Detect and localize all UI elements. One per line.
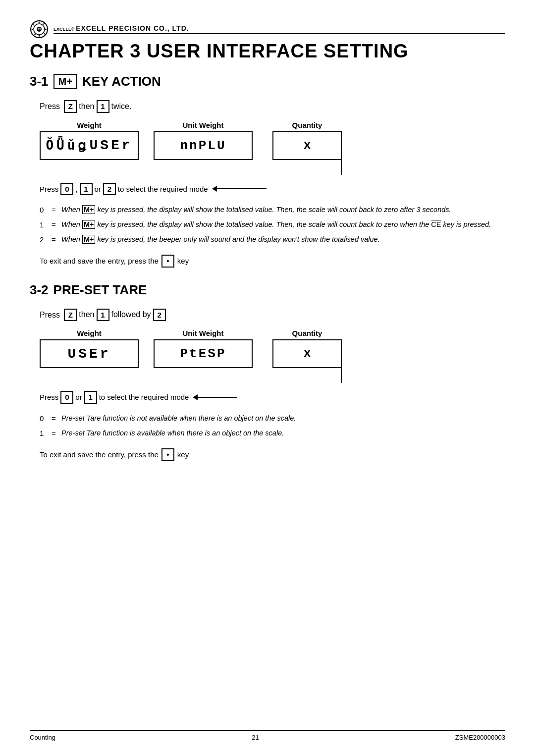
m-plus-key: M+ [54,74,77,89]
display-col-qty-2: Quantity X [268,329,347,383]
z-key-2: Z [64,309,77,322]
desc-item-2-1: 1 = Pre-set Tare function is available w… [40,428,505,439]
press-label-2: Press [40,311,60,319]
unit-weight-label-1: Unit Weight [163,121,243,129]
footer-center: 21 [252,734,259,741]
desc-text-1-0: When M+ key is pressed, the display will… [61,204,451,215]
footer: Counting 21 ZSME200000003 [30,730,505,741]
select-post-2: to select the required mode [99,393,189,401]
unit-weight-value-1: nnPLU [180,138,226,153]
header: EX EXCELL® EXCELL PRECISION CO., LTD. [30,20,505,39]
press-z-then-1-row: Press Z then 1 twice. [40,100,505,113]
excell-label: EXCELL® [54,27,74,32]
display-col-unit-2: Unit Weight PtESP [154,329,253,368]
desc-eq-1-0: = [52,204,58,216]
company-full-name: EXCELL PRECISION CO., LTD. [76,24,189,32]
weight-display-1: ǑǕǔǥ USEr [40,131,139,160]
unit-weight-display-1: nnPLU [154,131,253,160]
desc-eq-1-1: = [52,219,58,231]
press-label: Press [40,102,60,110]
desc-text-2-1: Pre-set Tare function is available when … [61,428,284,438]
select-press-label-2: Press [40,393,58,401]
exit-row-2: To exit and save the entry, press the • … [40,448,505,461]
select-press-label-1: Press [40,185,58,193]
desc-num-1-1: 1 [40,219,49,231]
display-col-qty-1: Quantity X [268,121,347,175]
qty-display-1: X [272,131,342,160]
or-label-1: or [95,185,101,193]
twice-label: twice. [111,102,132,111]
excell-logo-icon: EX [30,20,49,39]
section-2-heading: PRE-SET TARE [54,282,147,298]
unit-weight-value-2: PtESP [180,346,226,361]
select-post-1: to select the required mode [118,185,208,193]
section-2-num: 3-2 [30,282,49,298]
weight-label-1: Weight [50,121,129,129]
followed-by-label: followed by [111,310,151,319]
select-key-2-1: 2 [103,183,116,196]
qty-display-2: X [272,339,342,368]
desc-item-1-1: 1 = When M+ key is pressed, the display … [40,219,505,231]
exit-post-2: key [177,450,189,459]
weight-value-1: ǑǕǔǥ [46,138,89,154]
two-key-2: 2 [153,309,166,322]
unit-weight-label-2: Unit Weight [163,329,243,337]
comma-1: , [75,185,77,193]
display-col-weight-1: Weight ǑǕǔǥ USEr [40,121,139,160]
svg-text:EX: EX [38,28,41,31]
display-col-unit-1: Unit Weight nnPLU [154,121,253,160]
weight-label-2: Weight [50,329,129,337]
header-logo-row: EX EXCELL® EXCELL PRECISION CO., LTD. [30,20,505,39]
desc-item-1-2: 2 = When M+ key is pressed, the beeper o… [40,234,505,246]
dot-key-1: • [161,255,174,268]
then-label: then [79,102,94,111]
weight-display-2: USEr [40,339,139,368]
weight-display-text-1: USEr [89,138,132,153]
display-section-2: Weight USEr Unit Weight PtESP Quantity X [40,329,505,383]
desc-num-2-0: 0 [40,413,49,425]
select-key-1-2: 1 [84,391,97,404]
exit-pre-2: To exit and save the entry, press the [40,450,159,459]
section-1-title: 3-1 M+ KEY ACTION [30,74,505,89]
one-key: 1 [97,100,109,113]
section-1-num: 3-1 [30,74,49,89]
z-key: Z [64,100,77,113]
exit-row-1: To exit and save the entry, press the • … [40,255,505,268]
section-1-heading: KEY ACTION [82,74,161,89]
select-key-1-1: 1 [80,183,93,196]
footer-left: Counting [30,734,55,741]
qty-value-1: X [304,139,311,152]
section-1: 3-1 M+ KEY ACTION Press Z then 1 twice. … [30,74,505,268]
exit-post-1: key [177,257,189,265]
desc-num-1-2: 2 [40,234,49,246]
desc-list-1: 0 = When M+ key is pressed, the display … [40,204,505,246]
then-label-2: then [79,310,94,319]
section-2: 3-2 PRE-SET TARE Press Z then 1 followed… [30,282,505,461]
exit-pre-1: To exit and save the entry, press the [40,257,159,265]
select-key-0-1: 0 [60,183,73,196]
desc-item-1-0: 0 = When M+ key is pressed, the display … [40,204,505,216]
desc-text-1-2: When M+ key is pressed, the beeper only … [61,234,380,245]
chapter-title: CHAPTER 3 USER INTERFACE SETTING [30,41,505,62]
desc-num-1-0: 0 [40,204,49,216]
qty-label-1: Quantity [268,121,347,129]
one-key-2: 1 [97,309,109,322]
section-2-title: 3-2 PRE-SET TARE [30,282,505,298]
unit-weight-display-2: PtESP [154,339,253,368]
display-col-weight-2: Weight USEr [40,329,139,368]
desc-eq-2-0: = [52,413,58,425]
qty-value-2: X [304,347,311,360]
desc-text-2-0: Pre-set Tare function is not available w… [61,413,296,424]
select-key-0-2: 0 [60,391,73,404]
arrow-head-2 [193,394,198,400]
desc-eq-1-2: = [52,234,58,246]
arrow-head-1 [212,186,217,192]
desc-text-1-1: When M+ key is pressed, the display will… [61,219,491,230]
weight-value-2: USEr [67,346,110,362]
desc-num-2-1: 1 [40,428,49,439]
company-name: EXCELL® EXCELL PRECISION CO., LTD. [54,24,505,34]
arrow-line-1 [217,188,267,189]
qty-label-2: Quantity [268,329,347,337]
press-row-2: Press Z then 1 followed by 2 [40,309,505,322]
desc-item-2-0: 0 = Pre-set Tare function is not availab… [40,413,505,425]
